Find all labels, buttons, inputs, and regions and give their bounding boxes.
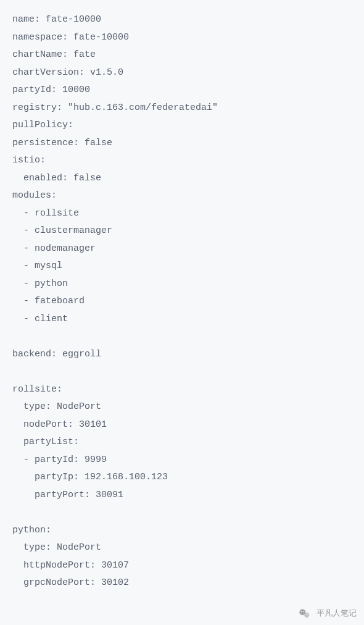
wechat-icon: [298, 607, 312, 621]
code-block: name: fate-10000namespace: fate-10000cha…: [12, 11, 352, 592]
code-line: [12, 363, 352, 381]
code-line: - nodemanager: [12, 240, 352, 258]
code-line: [12, 504, 352, 522]
code-line: enabled: false: [12, 170, 352, 188]
code-line: name: fate-10000: [12, 11, 352, 29]
code-line: - rollsite: [12, 205, 352, 223]
code-line: pullPolicy:: [12, 117, 352, 135]
code-line: modules:: [12, 187, 352, 205]
code-line: - mysql: [12, 258, 352, 275]
code-line: nodePort: 30101: [12, 416, 352, 434]
code-line: rollsite:: [12, 381, 352, 399]
code-line: backend: eggroll: [12, 346, 352, 364]
code-line: - clustermanager: [12, 222, 352, 240]
code-line: - client: [12, 311, 352, 329]
svg-point-3: [303, 611, 304, 612]
watermark-text: 平凡人笔记: [316, 606, 357, 621]
code-line: [12, 328, 352, 346]
code-line: partyIp: 192.168.100.123: [12, 469, 352, 487]
code-line: - partyId: 9999: [12, 451, 352, 469]
code-line: chartVersion: v1.5.0: [12, 64, 352, 82]
svg-point-4: [305, 614, 306, 615]
code-line: partyList:: [12, 434, 352, 451]
code-line: registry: "hub.c.163.com/federatedai": [12, 99, 352, 117]
code-line: type: NodePort: [12, 539, 352, 557]
code-line: grpcNodePort: 30102: [12, 574, 352, 592]
code-line: istio:: [12, 152, 352, 170]
code-line: partyPort: 30091: [12, 487, 352, 505]
code-line: partyId: 10000: [12, 82, 352, 99]
svg-point-1: [304, 612, 309, 617]
code-line: chartName: fate: [12, 46, 352, 64]
code-line: httpNodePort: 30107: [12, 557, 352, 575]
code-line: python:: [12, 522, 352, 540]
code-line: type: NodePort: [12, 398, 352, 416]
code-line: - python: [12, 275, 352, 293]
watermark: 平凡人笔记: [298, 606, 357, 621]
svg-point-5: [307, 614, 308, 615]
code-line: - fateboard: [12, 293, 352, 311]
svg-point-2: [301, 611, 302, 612]
code-line: namespace: fate-10000: [12, 29, 352, 47]
code-line: persistence: false: [12, 135, 352, 153]
